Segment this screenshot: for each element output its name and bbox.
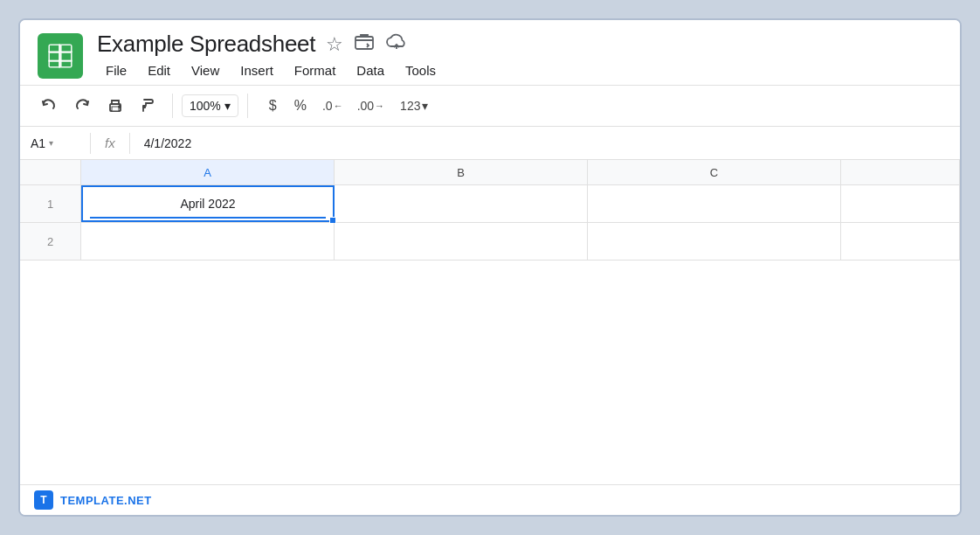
corner-cell <box>20 160 81 184</box>
footer: T TEMPLATE.NET <box>20 484 960 515</box>
formula-sep-1 <box>90 133 91 154</box>
toolbar-divider-2 <box>247 94 248 118</box>
spreadsheet-grid: A B C 1 April 2022 <box>20 160 960 484</box>
format-paint-button[interactable] <box>134 91 163 121</box>
decimal-less-label: .0 <box>322 99 333 113</box>
zoom-control[interactable]: 100% ▾ <box>182 94 238 117</box>
svg-point-13 <box>119 106 121 108</box>
cell-b2[interactable] <box>335 223 588 260</box>
cell-ref-value: A1 <box>31 136 45 150</box>
menu-view[interactable]: View <box>183 59 228 81</box>
cell-a1-value: April 2022 <box>180 197 235 211</box>
cell-a2[interactable] <box>81 223 335 260</box>
title-bar: Example Spreadsheet ☆ <box>20 20 960 86</box>
svg-rect-2 <box>62 53 71 60</box>
format-controls: $ % .0 ← .00 → 123 ▾ <box>264 94 434 117</box>
svg-rect-6 <box>62 61 71 66</box>
star-icon[interactable]: ☆ <box>326 33 343 56</box>
svg-rect-4 <box>62 45 71 52</box>
svg-rect-1 <box>50 53 59 60</box>
toolbar-divider-1 <box>172 94 173 118</box>
format-type-button[interactable]: 123 ▾ <box>395 95 433 116</box>
cell-a1[interactable]: April 2022 <box>81 185 335 222</box>
col-header-a[interactable]: A <box>81 160 335 184</box>
menu-format[interactable]: Format <box>286 59 345 81</box>
spreadsheet-title[interactable]: Example Spreadsheet <box>97 31 315 58</box>
decimal-more-label: .00 <box>357 99 374 113</box>
folder-icon[interactable] <box>354 31 375 58</box>
title-row: Example Spreadsheet ☆ <box>97 31 942 58</box>
col-header-d[interactable] <box>841 160 960 184</box>
currency-button[interactable]: $ <box>264 94 282 117</box>
redo-button[interactable] <box>67 91 97 121</box>
brand-logo: T <box>34 490 53 510</box>
title-section: Example Spreadsheet ☆ <box>97 31 942 81</box>
toolbar: 100% ▾ $ % .0 ← .00 → 123 ▾ <box>20 86 960 127</box>
zoom-value: 100% <box>190 99 221 113</box>
formula-value[interactable]: 4/1/2022 <box>137 135 949 152</box>
menu-data[interactable]: Data <box>348 59 393 81</box>
formula-sep-2 <box>129 133 130 154</box>
col-header-b[interactable]: B <box>335 160 588 184</box>
cell-c2[interactable] <box>588 223 841 260</box>
svg-rect-10 <box>355 37 373 49</box>
cell-d2[interactable] <box>841 223 960 260</box>
table-row: 2 <box>20 223 960 261</box>
svg-rect-14 <box>142 105 146 108</box>
col-header-c[interactable]: C <box>588 160 841 184</box>
app-logo <box>38 33 83 79</box>
row-header-2[interactable]: 2 <box>20 223 81 260</box>
decimal-less-arrow: ← <box>334 101 343 111</box>
svg-rect-5 <box>50 61 59 66</box>
format-type-arrow: ▾ <box>422 99 428 113</box>
cell-reference[interactable]: A1 ▾ <box>31 136 83 150</box>
app-container: Example Spreadsheet ☆ <box>18 18 962 517</box>
cloud-icon[interactable] <box>385 31 408 58</box>
decimal-more-arrow: → <box>375 101 384 111</box>
brand-name: TEMPLATE.NET <box>60 494 152 507</box>
svg-rect-3 <box>50 45 59 52</box>
cell-c1[interactable] <box>588 185 841 222</box>
cell-d1[interactable] <box>841 185 960 222</box>
brand-t-letter: T <box>40 494 46 506</box>
percent-button[interactable]: % <box>289 94 312 117</box>
increase-decimal-button[interactable]: .00 → <box>354 97 388 115</box>
formula-bar: A1 ▾ fx 4/1/2022 <box>20 127 960 160</box>
svg-rect-12 <box>112 107 119 111</box>
menu-tools[interactable]: Tools <box>397 59 445 81</box>
table-row: 1 April 2022 <box>20 185 960 223</box>
undo-button[interactable] <box>34 91 64 121</box>
grid-body: 1 April 2022 2 <box>20 185 960 484</box>
cell-b1[interactable] <box>335 185 588 222</box>
fx-icon: fx <box>98 135 122 150</box>
menu-file[interactable]: File <box>97 59 135 81</box>
grid-header-row: A B C <box>20 160 960 185</box>
cell-underline <box>90 217 326 219</box>
zoom-arrow: ▾ <box>224 99 231 113</box>
menu-edit[interactable]: Edit <box>139 59 179 81</box>
menu-insert[interactable]: Insert <box>231 59 282 81</box>
menu-bar: File Edit View Insert Format Data Tools <box>97 59 942 81</box>
format-type-label: 123 <box>400 99 420 113</box>
print-button[interactable] <box>100 91 130 121</box>
row-header-1[interactable]: 1 <box>20 185 81 222</box>
cell-ref-dropdown-icon: ▾ <box>49 138 53 148</box>
decrease-decimal-button[interactable]: .0 ← <box>319 97 347 115</box>
